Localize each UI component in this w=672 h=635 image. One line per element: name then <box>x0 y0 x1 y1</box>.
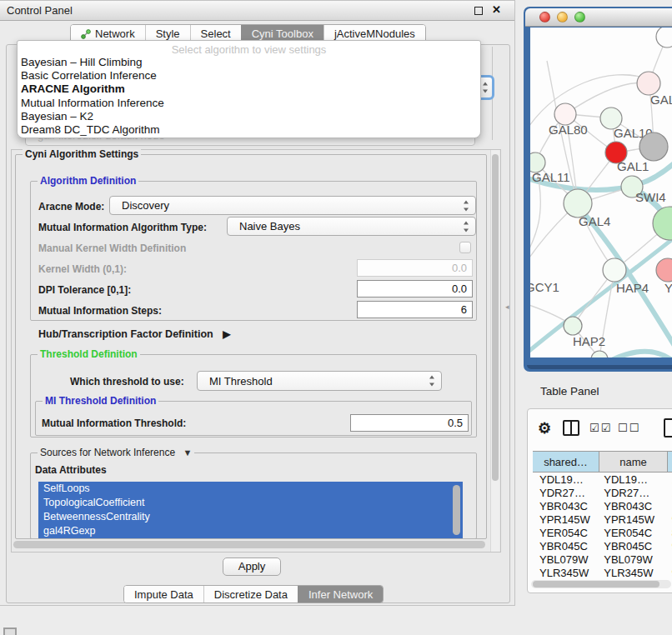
dpi-tolerance-field[interactable]: 0.0 <box>357 280 473 298</box>
thick-edges <box>530 159 672 358</box>
algorithm-dropdown-popup: Select algorithm to view settings Bayesi… <box>17 40 481 138</box>
gear-icon[interactable]: ⚙ <box>538 419 551 438</box>
tab-label: Style <box>156 28 180 40</box>
table-horizontal-scrollbar[interactable] <box>531 580 671 588</box>
select-all-columns-icon[interactable]: ☑☑ <box>589 422 612 434</box>
network-view-window: GALGAL80GAL10GAL1GAL11SWI4GAL4GCY1HAP4YH… <box>524 7 672 372</box>
algorithm-option[interactable]: ARACNE Algorithm <box>18 82 480 96</box>
float-window-icon[interactable] <box>474 7 483 15</box>
table-header-row: shared…name <box>533 451 672 472</box>
network-node-hap2[interactable] <box>564 317 582 335</box>
minimize-window-icon[interactable] <box>557 12 568 22</box>
attribute-item[interactable]: BetweennessCentrality <box>38 510 463 524</box>
settings-vertical-scrollbar[interactable] <box>490 150 499 552</box>
table-row[interactable]: YER054CYER054C8. <box>533 527 672 540</box>
aracne-mode-select[interactable]: Discovery <box>109 196 476 215</box>
which-threshold-value: MI Threshold <box>209 375 273 388</box>
close-window-icon[interactable] <box>539 12 550 22</box>
algorithm-option[interactable]: Mutual Information Inference <box>18 97 480 110</box>
column-header[interactable]: name <box>599 452 668 472</box>
settings-vertical-scroll-thumb[interactable] <box>492 154 499 481</box>
tab-impute-data[interactable]: Impute Data <box>124 586 203 602</box>
table-row[interactable]: YBL079WYBL079W <box>533 553 672 567</box>
node-label: GCY1 <box>530 280 559 294</box>
tab-discretize-data[interactable]: Discretize Data <box>203 586 298 602</box>
export-table-icon[interactable] <box>664 418 672 438</box>
which-threshold-select[interactable]: MI Threshold <box>197 371 442 391</box>
node-label: GAL <box>650 92 672 107</box>
table-cell: 9. <box>667 567 672 580</box>
table-horizontal-scroll-thumb[interactable] <box>533 581 659 588</box>
hub-definition-toggle[interactable]: Hub/Transcription Factor Definition ▶ <box>38 328 230 340</box>
table-cell: YBR043C <box>533 500 599 513</box>
expand-down-icon: ▼ <box>183 448 192 458</box>
split-columns-icon[interactable] <box>563 420 579 436</box>
expand-right-icon: ▶ <box>223 328 230 340</box>
algorithm-option[interactable]: Dream8 DC_TDC Algorithm <box>18 123 480 137</box>
mi-threshold-field[interactable]: 0.5 <box>350 414 469 432</box>
network-graph[interactable]: GALGAL80GAL10GAL1GAL11SWI4GAL4GCY1HAP4YH… <box>530 28 672 358</box>
table-cell: YPR145W <box>533 513 599 527</box>
close-panel-icon[interactable]: ✕ <box>492 3 501 16</box>
algorithm-prompt: Select algorithm to view settings <box>18 41 480 56</box>
deselect-all-columns-icon[interactable]: ☐☐ <box>618 422 640 434</box>
table-row[interactable]: YPR145WYPR145W9. <box>533 513 672 527</box>
network-node[interactable] <box>591 351 608 358</box>
mi-algorithm-type-value: Naive Bayes <box>239 220 300 232</box>
dpi-tolerance-label: DPI Tolerance [0,1]: <box>38 284 131 296</box>
window-shadow <box>527 365 672 369</box>
attributes-scrollbar[interactable] <box>453 485 460 535</box>
tab-infer-network[interactable]: Infer Network <box>298 586 383 602</box>
table-row[interactable]: YDL19…YDL19…13 <box>533 473 672 487</box>
panel-splitter-handle-icon[interactable]: ◂ <box>505 302 509 311</box>
network-node-gal[interactable] <box>637 72 660 95</box>
kernel-width-field[interactable]: 0.0 <box>357 259 473 277</box>
attribute-item[interactable]: SelfLoops <box>38 482 463 496</box>
mi-steps-field[interactable]: 6 <box>357 301 473 318</box>
stepper-arrows-icon <box>482 82 489 93</box>
table-row[interactable]: YLR345WYLR345W9. <box>533 567 672 580</box>
node-label: Y <box>664 281 672 295</box>
algorithm-option[interactable]: Bayesian – Hill Climbing <box>18 56 480 69</box>
table-rows: YDL19…YDL19…13YDR27…YDR27…12YBR043CYBR04… <box>533 473 672 580</box>
apply-button[interactable]: Apply <box>223 558 281 576</box>
network-node-gal4[interactable] <box>564 189 592 218</box>
network-window-titlebar <box>525 8 672 27</box>
stepper-arrows-icon <box>463 221 470 232</box>
table-row[interactable]: YBR045CYBR045C9. <box>533 540 672 553</box>
table-cell: YDR27… <box>533 487 599 500</box>
mi-steps-label: Mutual Information Steps: <box>38 305 162 317</box>
table-cell: YBR045C <box>599 540 666 553</box>
table-cell: YPR145W <box>599 513 666 527</box>
attribute-item[interactable]: gal4RGexp <box>38 524 463 538</box>
table-panel: ⚙ ☑☑ ☐☐ shared…name YDL19…YDL19…13YDR27…… <box>527 408 672 593</box>
table-panel-title: Table Panel <box>540 385 599 398</box>
table-row[interactable]: YDR27…YDR27…12 <box>533 487 672 500</box>
network-node[interactable] <box>639 132 668 161</box>
column-header[interactable] <box>668 452 672 472</box>
settings-horizontal-scroll-thumb[interactable] <box>13 541 485 548</box>
zoom-window-icon[interactable] <box>574 12 585 22</box>
stepper-arrows-icon <box>429 376 436 387</box>
table-cell: YBL079W <box>533 553 599 567</box>
tab-label: Impute Data <box>134 588 193 601</box>
control-panel-titlebar: Control Panel ✕ <box>0 1 514 21</box>
network-node-hap4[interactable] <box>603 258 626 282</box>
sources-toggle[interactable]: Sources for Network Inference ▼ <box>38 447 194 458</box>
attribute-item[interactable]: TopologicalCoefficient <box>38 496 463 510</box>
table-cell: YDR27… <box>599 487 666 500</box>
table-row[interactable]: YBR043CYBR043C <box>533 500 672 513</box>
tab-label: Cyni Toolbox <box>252 28 313 40</box>
collapsed-panel-icon[interactable] <box>3 628 17 635</box>
kernel-width-label: Kernel Width (0,1): <box>38 263 127 275</box>
network-node-y[interactable] <box>656 258 672 282</box>
data-attributes-label: Data Attributes <box>35 464 107 476</box>
mi-algorithm-type-select[interactable]: Naive Bayes <box>227 217 476 236</box>
manual-kernel-width-checkbox[interactable] <box>459 242 471 253</box>
algorithm-option[interactable]: Basic Correlation Inference <box>18 69 480 82</box>
mi-threshold-label: Mutual Information Threshold: <box>42 418 186 429</box>
network-node[interactable] <box>656 28 672 48</box>
algorithm-option[interactable]: Bayesian – K2 <box>18 110 480 123</box>
column-header[interactable]: shared… <box>533 452 599 472</box>
network-canvas[interactable]: GALGAL80GAL10GAL1GAL11SWI4GAL4GCY1HAP4YH… <box>530 28 672 358</box>
